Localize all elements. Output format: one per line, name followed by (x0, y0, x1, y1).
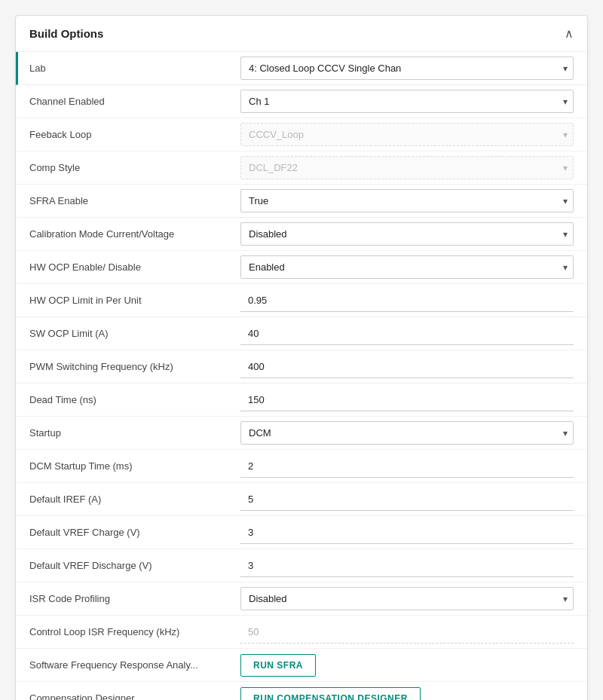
select-wrapper-feedback-loop: CCCV_Loop▾ (240, 123, 574, 146)
value-hw-ocp-enable: EnabledDisabled▾ (240, 255, 574, 279)
row-channel-enabled: Channel EnabledCh 1▾ (16, 85, 587, 118)
label-default-iref: Default IREF (A) (29, 494, 240, 505)
input-dcm-startup-time[interactable] (240, 455, 574, 478)
value-sfra-enable: TrueFalse▾ (240, 189, 574, 212)
label-calibration-mode: Calibration Mode Current/Voltage (29, 228, 240, 240)
label-compensation-designer: Compensation Designer (29, 692, 240, 700)
row-sfra-run: Software Frequency Response Analy...RUN … (16, 649, 587, 682)
card-header: Build Options ∧ (16, 16, 587, 52)
value-compensation-designer: RUN COMPENSATION DESIGNER (240, 687, 574, 701)
select-wrapper-startup: DCMCCM▾ (240, 421, 574, 445)
value-hw-ocp-limit (240, 289, 574, 312)
select-wrapper-sfra-enable: TrueFalse▾ (240, 189, 574, 212)
input-dead-time[interactable] (240, 389, 574, 411)
row-dead-time: Dead Time (ns) (16, 384, 587, 417)
row-pwm-frequency: PWM Switching Frequency (kHz) (16, 350, 587, 384)
select-hw-ocp-enable[interactable]: EnabledDisabled (240, 255, 574, 279)
row-control-loop-isr: Control Loop ISR Frequency (kHz) (16, 616, 587, 649)
row-calibration-mode: Calibration Mode Current/VoltageDisabled… (16, 218, 587, 251)
value-control-loop-isr (240, 621, 574, 643)
label-dead-time: Dead Time (ns) (29, 394, 240, 405)
value-startup: DCMCCM▾ (240, 421, 574, 445)
label-default-vref-discharge: Default VREF Discharge (V) (29, 560, 240, 571)
select-calibration-mode[interactable]: DisabledEnabled (240, 222, 574, 246)
value-comp-style: DCL_DF22▾ (240, 156, 574, 179)
row-dcm-startup-time: DCM Startup Time (ms) (16, 450, 587, 483)
value-channel-enabled: Ch 1▾ (240, 90, 574, 113)
label-sfra-run: Software Frequency Response Analy... (29, 659, 240, 671)
input-control-loop-isr (240, 621, 574, 643)
select-wrapper-calibration-mode: DisabledEnabled▾ (240, 222, 574, 246)
button-compensation-designer[interactable]: RUN COMPENSATION DESIGNER (240, 687, 421, 701)
build-options-card: Build Options ∧ Lab4: Closed Loop CCCV S… (15, 15, 588, 700)
input-sw-ocp-limit[interactable] (240, 322, 574, 345)
value-dcm-startup-time (240, 455, 574, 478)
value-isr-code-profiling: DisabledEnabled▾ (240, 587, 574, 610)
value-calibration-mode: DisabledEnabled▾ (240, 222, 574, 246)
select-wrapper-isr-code-profiling: DisabledEnabled▾ (240, 587, 574, 610)
input-default-vref-discharge[interactable] (240, 555, 574, 577)
row-hw-ocp-limit: HW OCP Limit in Per Unit (16, 284, 587, 317)
label-isr-code-profiling: ISR Code Profiling (29, 593, 240, 604)
label-control-loop-isr: Control Loop ISR Frequency (kHz) (29, 626, 240, 637)
input-pwm-frequency[interactable] (240, 356, 574, 378)
row-lab: Lab4: Closed Loop CCCV Single Chan▾ (16, 52, 587, 85)
select-startup[interactable]: DCMCCM (240, 421, 574, 445)
input-default-iref[interactable] (240, 488, 574, 511)
rows-container: Lab4: Closed Loop CCCV Single Chan▾Chann… (16, 52, 587, 700)
select-wrapper-lab: 4: Closed Loop CCCV Single Chan▾ (240, 57, 574, 80)
select-sfra-enable[interactable]: TrueFalse (240, 189, 574, 212)
select-isr-code-profiling[interactable]: DisabledEnabled (240, 587, 574, 610)
label-comp-style: Comp Style (29, 162, 240, 173)
label-dcm-startup-time: DCM Startup Time (ms) (29, 460, 240, 472)
select-lab[interactable]: 4: Closed Loop CCCV Single Chan (240, 57, 574, 80)
value-feedback-loop: CCCV_Loop▾ (240, 123, 574, 146)
label-startup: Startup (29, 427, 240, 439)
select-wrapper-hw-ocp-enable: EnabledDisabled▾ (240, 255, 574, 279)
value-default-iref (240, 488, 574, 511)
value-pwm-frequency (240, 356, 574, 378)
label-sfra-enable: SFRA Enable (29, 195, 240, 206)
row-startup: StartupDCMCCM▾ (16, 417, 587, 450)
input-default-vref-charge[interactable] (240, 521, 574, 544)
row-default-vref-discharge: Default VREF Discharge (V) (16, 549, 587, 582)
label-lab: Lab (29, 63, 240, 74)
row-sw-ocp-limit: SW OCP Limit (A) (16, 317, 587, 350)
collapse-icon[interactable]: ∧ (565, 26, 574, 41)
row-feedback-loop: Feeback LoopCCCV_Loop▾ (16, 118, 587, 151)
row-compensation-designer: Compensation DesignerRUN COMPENSATION DE… (16, 682, 587, 700)
select-wrapper-channel-enabled: Ch 1▾ (240, 90, 574, 113)
select-wrapper-comp-style: DCL_DF22▾ (240, 156, 574, 179)
select-comp-style: DCL_DF22 (240, 156, 574, 179)
input-hw-ocp-limit[interactable] (240, 289, 574, 312)
select-feedback-loop: CCCV_Loop (240, 123, 574, 146)
row-default-vref-charge: Default VREF Charge (V) (16, 516, 587, 549)
row-sfra-enable: SFRA EnableTrueFalse▾ (16, 185, 587, 218)
value-dead-time (240, 389, 574, 411)
value-default-vref-discharge (240, 555, 574, 577)
value-sfra-run: RUN SFRA (240, 654, 574, 677)
row-hw-ocp-enable: HW OCP Enable/ DisableEnabledDisabled▾ (16, 251, 587, 284)
value-default-vref-charge (240, 521, 574, 544)
row-default-iref: Default IREF (A) (16, 483, 587, 516)
label-sw-ocp-limit: SW OCP Limit (A) (29, 328, 240, 339)
label-channel-enabled: Channel Enabled (29, 96, 240, 107)
row-comp-style: Comp StyleDCL_DF22▾ (16, 151, 587, 185)
value-sw-ocp-limit (240, 322, 574, 345)
button-sfra-run[interactable]: RUN SFRA (240, 654, 316, 677)
label-hw-ocp-enable: HW OCP Enable/ Disable (29, 261, 240, 273)
row-isr-code-profiling: ISR Code ProfilingDisabledEnabled▾ (16, 582, 587, 616)
select-channel-enabled[interactable]: Ch 1 (240, 90, 574, 113)
label-feedback-loop: Feeback Loop (29, 129, 240, 140)
label-pwm-frequency: PWM Switching Frequency (kHz) (29, 361, 240, 372)
label-default-vref-charge: Default VREF Charge (V) (29, 527, 240, 538)
value-lab: 4: Closed Loop CCCV Single Chan▾ (240, 57, 574, 80)
label-hw-ocp-limit: HW OCP Limit in Per Unit (29, 295, 240, 306)
card-title: Build Options (29, 27, 103, 40)
